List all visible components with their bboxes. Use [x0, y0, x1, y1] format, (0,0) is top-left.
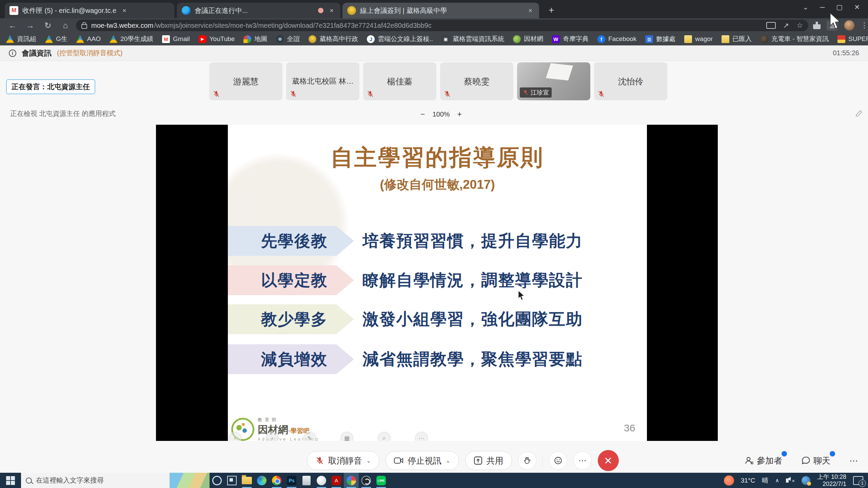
panel-more-button[interactable]: ⋯: [849, 456, 858, 466]
reactions-button[interactable]: [549, 451, 567, 470]
weather-sun-icon[interactable]: [724, 475, 734, 486]
bookmark-item[interactable]: ▣葳格雲端資訊系統: [442, 35, 504, 43]
hidden-icons-chevron[interactable]: ∧: [775, 477, 779, 484]
home-icon[interactable]: ⌂: [60, 21, 71, 30]
share-page-icon[interactable]: ↗: [783, 21, 789, 29]
zoom-in-button[interactable]: +: [457, 110, 462, 119]
news-weather-widget[interactable]: [170, 473, 210, 488]
tray-condition[interactable]: 晴: [762, 476, 768, 485]
line-button[interactable]: LINE: [374, 473, 389, 488]
annotation-pen-icon[interactable]: [855, 108, 864, 117]
cortana-button[interactable]: [210, 473, 224, 488]
close-tab-icon[interactable]: ×: [120, 6, 129, 15]
bookmark-star-icon[interactable]: ☆: [796, 21, 803, 29]
webex-meeting-area: i 會議資訊 (控管型取消靜音模式) 01:55:26 正在發言：北屯資源主任 …: [0, 45, 868, 473]
folder-icon: [684, 35, 692, 43]
bookmark-item[interactable]: MGmail: [162, 35, 190, 43]
close-window-button[interactable]: ✕: [854, 3, 860, 11]
start-button[interactable]: [6, 476, 15, 485]
chat-button[interactable]: 聊天: [801, 455, 830, 466]
profile-avatar[interactable]: [844, 20, 854, 30]
bookmark-item[interactable]: 資訊組: [6, 35, 36, 43]
tab-school-signin[interactable]: 線上會議簽到 | 葳格高級中學 ×: [342, 3, 539, 18]
extensions-puzzle-icon[interactable]: [813, 22, 821, 29]
address-bar[interactable]: moe-tw3.webex.com /wbxmjs/joinservice/si…: [76, 20, 808, 31]
reload-icon[interactable]: ↻: [43, 21, 53, 30]
slide-more-icon[interactable]: ⋯: [415, 432, 428, 441]
bookmark-item[interactable]: fFacebook: [597, 35, 636, 43]
chevron-down-icon[interactable]: ⌄: [366, 457, 371, 464]
bookmark-label: 充電車 - 智慧家資訊: [771, 35, 829, 43]
participant-tile[interactable]: 楊佳蓁: [363, 62, 436, 100]
edge-button[interactable]: [254, 473, 269, 488]
bookmark-item[interactable]: W奇摩字典: [552, 35, 589, 43]
tab-gmail[interactable]: M 收件匣 (5) - eric.lin@wagor.tc.e ×: [5, 3, 174, 18]
bookmark-item[interactable]: AAO: [76, 35, 101, 43]
slide-search-icon[interactable]: ⌕: [378, 432, 391, 441]
minimize-button[interactable]: ─: [820, 3, 825, 11]
slide-grid-icon[interactable]: ▦: [340, 432, 353, 441]
zoom-out-button[interactable]: −: [420, 110, 425, 119]
maximize-button[interactable]: ▢: [836, 3, 843, 11]
media-control-icon[interactable]: [766, 22, 776, 29]
task-view-button[interactable]: [224, 473, 239, 488]
participants-button[interactable]: 參加者: [745, 455, 782, 466]
notepad-button[interactable]: [299, 473, 314, 488]
side-panel-button[interactable]: ▤: [827, 20, 838, 30]
close-tab-icon[interactable]: ×: [328, 6, 336, 15]
bookmark-item[interactable]: ⊕全誼: [276, 35, 300, 43]
bookmark-item[interactable]: 已匯入: [722, 35, 752, 43]
bookmark-item[interactable]: 20學生成績: [110, 35, 153, 43]
participant-video-tile[interactable]: 江珍宜: [517, 62, 590, 100]
participant-tile[interactable]: 游麗慧: [209, 62, 282, 100]
tray-clock[interactable]: 上午 10:28 2022/7/1: [817, 473, 846, 488]
drive-icon: [110, 35, 117, 43]
bookmark-item[interactable]: 葳格高中行政: [309, 35, 358, 43]
forward-icon[interactable]: →: [25, 21, 35, 30]
more-options-button[interactable]: ⋯: [573, 451, 592, 470]
tab-webex-meeting[interactable]: 會議正在進行中... ×: [177, 3, 340, 18]
muted-mic-icon: [315, 456, 324, 465]
taskbar-search-input[interactable]: 在這裡輸入文字來搜尋: [21, 473, 170, 488]
bookmark-item[interactable]: SUPER SEIMON 多…: [837, 35, 868, 43]
obs-button[interactable]: [359, 473, 374, 488]
acrobat-button[interactable]: A: [329, 473, 344, 488]
action-center-icon[interactable]: [853, 476, 863, 485]
new-tab-button[interactable]: +: [549, 5, 554, 16]
bookmark-item[interactable]: J雲端公文線上簽核..: [367, 35, 433, 43]
active-app-button[interactable]: [344, 473, 359, 488]
bookmark-item[interactable]: 充電車 - 智慧家資訊: [761, 35, 829, 43]
search-tabs-icon[interactable]: ⌄: [803, 3, 808, 11]
bookmark-item[interactable]: ▥數據處: [645, 35, 675, 43]
close-tab-icon[interactable]: ×: [526, 6, 534, 15]
stop-video-label: 停止視訊: [408, 455, 441, 466]
raise-hand-button[interactable]: [518, 451, 536, 470]
chrome-button[interactable]: [269, 473, 284, 488]
snipping-tool-button[interactable]: [314, 473, 329, 488]
divider: [542, 455, 543, 466]
unmute-button[interactable]: 取消靜音 ⌄: [307, 451, 379, 470]
meeting-info-label[interactable]: 會議資訊: [22, 48, 52, 58]
stop-video-button[interactable]: 停止視訊 ⌄: [386, 451, 459, 470]
bookmark-item[interactable]: 因材網: [513, 35, 543, 43]
bookmark-item[interactable]: 地圖: [243, 35, 267, 43]
share-button[interactable]: 共用: [465, 451, 512, 470]
file-explorer-button[interactable]: [239, 473, 254, 488]
bookmark-item[interactable]: G生: [45, 35, 67, 43]
bookmark-item[interactable]: wagor: [684, 35, 713, 43]
data-office-icon: ▥: [645, 35, 653, 43]
participant-tile[interactable]: 蔡曉雯: [440, 62, 513, 100]
participant-tile[interactable]: 葳格北屯校區 林…: [286, 62, 359, 100]
chevron-down-icon[interactable]: ⌄: [446, 457, 450, 464]
info-icon[interactable]: i: [9, 49, 16, 57]
back-icon[interactable]: ←: [7, 21, 18, 30]
browser-menu-icon[interactable]: ⋮: [861, 21, 868, 30]
bookmark-item[interactable]: ▶YouTube: [199, 35, 235, 43]
photoshop-button[interactable]: Ps: [284, 473, 299, 488]
lock-icon: [81, 24, 87, 29]
volume-muted-icon[interactable]: ×: [786, 477, 795, 484]
tray-temperature[interactable]: 31°C: [741, 477, 755, 484]
ime-language-icon[interactable]: [802, 476, 810, 485]
participant-tile[interactable]: 沈怡伶: [594, 62, 667, 100]
leave-meeting-button[interactable]: ✕: [598, 450, 619, 471]
